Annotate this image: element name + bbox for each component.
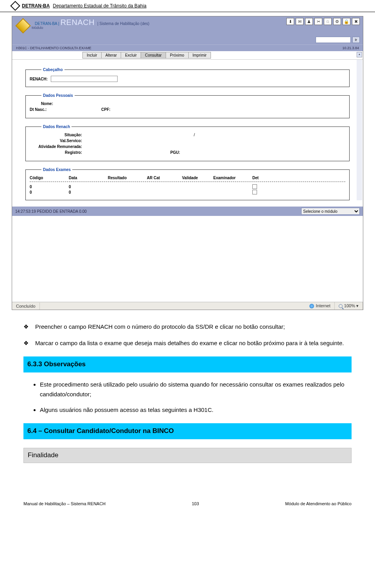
user-icon[interactable]: ♟: [305, 18, 313, 25]
ie-zoom-label: 100%: [344, 303, 355, 308]
footer-right: Módulo de Atendimento ao Público: [285, 501, 352, 506]
scrollbar-track[interactable]: [357, 60, 362, 200]
logo-diamond-icon: [10, 1, 20, 11]
app-banner: DETRAN-BA | RENACH | Sistema de Habilita…: [12, 16, 363, 35]
row-checkbox[interactable]: [252, 184, 257, 189]
col-codigo: Código: [30, 176, 69, 180]
proximo-button[interactable]: Próximo: [166, 52, 189, 59]
cell-data: 0: [69, 185, 108, 189]
ie-zoom[interactable]: 100% ▾: [335, 302, 363, 310]
banner-brand: RENACH: [61, 18, 95, 27]
alterar-button[interactable]: Alterar: [101, 52, 121, 59]
imprimir-button[interactable]: Imprimir: [188, 52, 211, 59]
consultar-button[interactable]: Consultar: [141, 52, 166, 59]
app-statusbar: 14:27:53:19 PEDIDO DE ENTRADA 0.00 Selec…: [12, 207, 363, 216]
zoom-icon: [339, 304, 343, 308]
table-row: 0 0: [30, 184, 345, 189]
diamond-bullet-icon: ❖: [23, 322, 30, 332]
list-item: Este procedimento será utilizado pelo us…: [40, 380, 352, 399]
para-1: Preencher o campo RENACH com o número do…: [35, 322, 285, 332]
settings-icon[interactable]: ⚙: [333, 18, 341, 25]
close-icon[interactable]: ✖: [352, 18, 360, 25]
col-resultado: Resultado: [108, 176, 147, 180]
label-renach: RENACH:: [30, 77, 48, 81]
legend-exames: Dados Exames: [41, 167, 72, 172]
doc-footer: Manual de Habilitação – Sistema RENACH 1…: [0, 470, 375, 514]
fieldset-dados-renach: Dados Renach Situação:/ Val.Servico: Ati…: [25, 125, 350, 161]
screen-code: H301C - DETALHAMENTO CONSULTA EXAME: [16, 46, 91, 50]
status-text: 14:27:53:19 PEDIDO DE ENTRADA 0.00: [15, 209, 87, 214]
action-toolbar: Incluir Alterar Excluir Consultar Próxim…: [12, 51, 363, 60]
label-situacao: Situação:: [30, 133, 84, 137]
bullet-item: ❖ Preencher o campo RENACH com o número …: [23, 322, 352, 332]
doc-content: ❖ Preencher o campo RENACH com o número …: [0, 310, 375, 463]
toolbar-icons: ⬇ ✉ ♟ ✂ ♘ ⚙ 🔒 ✖: [286, 18, 360, 25]
download-icon[interactable]: ⬇: [286, 18, 294, 25]
ie-zone: Internet: [305, 302, 334, 310]
diamond-bullet-icon: ❖: [23, 338, 30, 348]
col-det: Det: [252, 176, 276, 180]
bullet-item: ❖ Marcar o campo da lista o exame que de…: [23, 338, 352, 348]
org-short: DETRAN-BA: [22, 3, 50, 9]
mail-icon[interactable]: ✉: [296, 18, 304, 25]
col-examinador: Examinador: [213, 176, 252, 180]
fieldset-cabecalho: Cabeçalho RENACH:: [25, 68, 350, 87]
para-2: Marcar o campo da lista o exame que dese…: [35, 338, 344, 348]
legend-cabecalho: Cabeçalho: [41, 68, 64, 72]
cell-codigo: 0: [30, 190, 69, 194]
ie-concluido: Concluído: [12, 303, 40, 310]
search-user-icon[interactable]: ♘: [324, 18, 332, 25]
lock-icon[interactable]: 🔒: [343, 18, 350, 25]
col-arcat: AR Cat: [147, 176, 182, 180]
fieldset-dados-exames: Dados Exames Código Data Resultado AR Ca…: [25, 167, 350, 200]
legend-pessoais: Dados Pessoais: [41, 93, 75, 98]
heading-64: 6.4 – Consultar Candidato/Condutor na BI…: [23, 423, 352, 439]
ir-button[interactable]: Ir: [352, 37, 360, 43]
heading-finalidade: Finalidade: [23, 448, 352, 463]
cell-codigo: 0: [30, 185, 69, 189]
legend-renach: Dados Renach: [41, 125, 71, 129]
label-valservico: Val.Servico:: [30, 139, 84, 143]
footer-left: Manual de Habilitação – Sistema RENACH: [23, 501, 105, 506]
ir-input[interactable]: [316, 37, 351, 43]
banner-prefix: DETRAN-BA |: [35, 21, 59, 26]
label-ativ-remun: Atividade Remunerada:: [30, 144, 84, 149]
org-long: Departamento Estadual de Trânsito da Bah…: [53, 3, 146, 9]
slash: /: [194, 133, 195, 137]
version: 10.21.3.84: [342, 46, 359, 50]
doc-header: DETRAN-BA Departamento Estadual de Trâns…: [0, 0, 375, 12]
excluir-button[interactable]: Excluir: [121, 52, 141, 59]
footer-page: 103: [192, 501, 199, 506]
banner-modulo: Módulo: [32, 26, 43, 30]
heading-633: 6.3.3 Observações: [23, 356, 352, 372]
ie-internet-label: Internet: [316, 303, 330, 308]
label-cpf: CPF:: [101, 107, 110, 112]
cell-data: 0: [69, 190, 108, 194]
label-nome: Nome:: [30, 102, 53, 106]
table-row: 0 0: [30, 190, 345, 194]
scroll-up-icon[interactable]: ▴: [357, 52, 362, 57]
sub-header: H301C - DETALHAMENTO CONSULTA EXAME 10.2…: [12, 45, 363, 51]
fieldset-dados-pessoais: Dados Pessoais Nome: Dt Nasc.: CPF:: [25, 93, 350, 118]
form-area: Cabeçalho RENACH: Dados Pessoais Nome: D…: [12, 60, 363, 200]
list-item: Alguns usuários não possuem acesso as te…: [40, 405, 352, 415]
row-checkbox[interactable]: [252, 190, 257, 194]
obs-list: Este procedimento será utilizado pelo us…: [23, 380, 352, 415]
dashed-divider: [30, 182, 345, 182]
col-validade: Validade: [182, 176, 213, 180]
col-data: Data: [69, 176, 108, 180]
app-logo-icon: [15, 18, 31, 34]
ie-statusbar: Concluído Internet 100% ▾: [12, 302, 363, 310]
renach-input[interactable]: [51, 76, 118, 82]
banner-suffix: | Sistema de Habilitação (des): [97, 21, 149, 26]
globe-icon: [309, 304, 314, 308]
label-dtnasc: Dt Nasc.:: [30, 107, 46, 112]
tool-icon[interactable]: ✂: [314, 18, 322, 25]
ir-row: Ir: [12, 35, 363, 45]
label-pgu: PGU:: [170, 150, 180, 155]
module-select[interactable]: Selecione o módulo: [301, 208, 360, 215]
incluir-button[interactable]: Incluir: [82, 52, 102, 59]
app-window: DETRAN-BA | RENACH | Sistema de Habilita…: [12, 16, 363, 310]
label-registro: Registro:: [30, 150, 84, 155]
